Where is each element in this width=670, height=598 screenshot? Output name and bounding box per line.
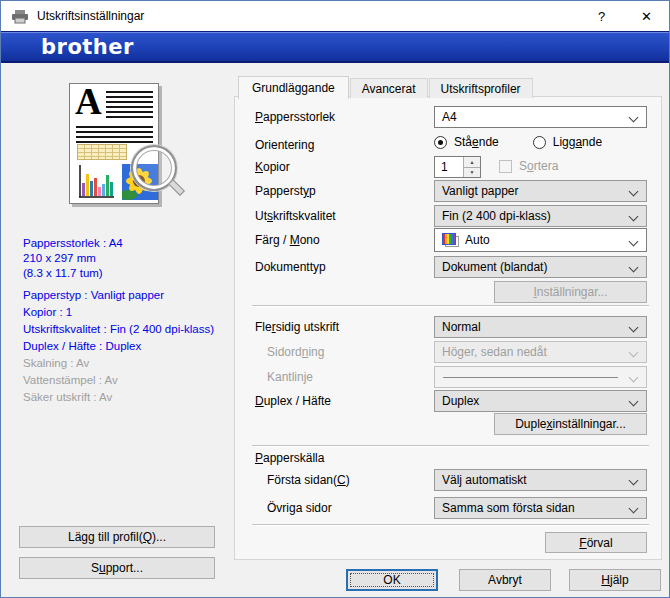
copies-input[interactable] xyxy=(435,157,463,177)
summary-item: Utskriftskvalitet : Fin (2 400 dpi-klass… xyxy=(23,321,233,337)
tab-panel-grundlaggande: Pappersstorlek A4 Orientering Stående Li… xyxy=(234,96,662,560)
brother-logo: brother xyxy=(41,35,134,59)
chevron-down-icon xyxy=(629,113,639,123)
summary-item: Skalning : Av xyxy=(23,355,233,371)
duplex-booklet-select[interactable]: Duplex xyxy=(434,390,647,412)
summary-size-mm: 210 x 297 mm xyxy=(23,251,233,266)
separator xyxy=(252,524,649,525)
preview-bar-chart xyxy=(77,164,115,200)
window-title: Utskriftsinställningar xyxy=(37,9,144,23)
copies-label: Kopior xyxy=(255,160,290,174)
border-line-select xyxy=(434,366,647,388)
paper-type-label: Papperstyp xyxy=(255,184,316,198)
print-settings-dialog: Utskriftsinställningar ? ✕ brother A xyxy=(0,0,670,598)
print-quality-value: Fin (2 400 dpi-klass) xyxy=(442,209,551,223)
other-pages-select[interactable]: Samma som första sidan xyxy=(434,497,647,519)
duplex-booklet-label: Duplex / Häfte xyxy=(255,394,331,408)
summary-item: Vattenstämpel : Av xyxy=(23,372,233,388)
add-profile-button[interactable]: Lägg till profil(Q)... xyxy=(19,526,215,548)
other-pages-label: Övriga sidor xyxy=(267,501,332,515)
close-icon[interactable]: ✕ xyxy=(624,1,669,31)
ok-button[interactable]: OK xyxy=(346,569,438,591)
chevron-down-icon xyxy=(629,323,639,333)
multipage-label: Flersidig utskrift xyxy=(255,320,339,334)
paper-size-value: A4 xyxy=(442,110,457,124)
spin-down-icon[interactable]: ▼ xyxy=(464,168,480,178)
orientation-label: Orientering xyxy=(255,138,314,152)
paper-type-select[interactable]: Vanligt papper xyxy=(434,180,647,202)
tab-utskriftsprofiler[interactable]: Utskriftsprofiler xyxy=(429,78,533,98)
color-mono-label: Färg / Mono xyxy=(255,233,320,247)
summary-item: Säker utskrift : Av xyxy=(23,389,233,405)
paper-size-label: Pappersstorlek xyxy=(255,110,335,124)
radio-portrait-label: Stående xyxy=(454,135,499,149)
chevron-down-icon xyxy=(629,237,639,247)
settings-button: Inställningar... xyxy=(494,281,647,303)
color-mono-value: Auto xyxy=(465,233,490,247)
chevron-down-icon xyxy=(629,504,639,514)
document-type-select[interactable]: Dokument (blandat) xyxy=(434,256,647,278)
print-quality-select[interactable]: Fin (2 400 dpi-klass) xyxy=(434,205,647,227)
separator xyxy=(252,305,649,306)
paper-size-select[interactable]: A4 xyxy=(434,106,647,128)
summary-item: Papperstyp : Vanligt papper xyxy=(23,287,233,303)
title-bar: Utskriftsinställningar ? ✕ xyxy=(1,1,669,31)
radio-landscape-label: Liggande xyxy=(553,135,602,149)
help-button[interactable]: Hjälp xyxy=(569,569,661,591)
chevron-down-icon xyxy=(629,187,639,197)
other-pages-value: Samma som första sidan xyxy=(442,501,575,515)
radio-unselected-icon xyxy=(533,136,546,149)
collate-checkbox: Sortera xyxy=(499,159,558,173)
duplex-settings-button[interactable]: Duplexinställningar... xyxy=(494,413,647,435)
spin-up-icon[interactable]: ▲ xyxy=(464,157,480,168)
color-mode-icon xyxy=(442,233,459,247)
magnifier-handle xyxy=(168,179,185,196)
chevron-down-icon xyxy=(629,397,639,407)
first-page-value: Välj automatiskt xyxy=(442,473,527,487)
collate-label: Sortera xyxy=(519,159,558,173)
preview-text-lines xyxy=(106,91,153,120)
summary-paper-size: Pappersstorlek : A4 xyxy=(23,236,233,251)
border-line-sample xyxy=(443,377,618,378)
document-type-label: Dokumenttyp xyxy=(255,260,326,274)
first-page-label: Första sidan(C) xyxy=(267,473,350,487)
color-mono-select[interactable]: Auto xyxy=(434,228,647,252)
separator xyxy=(252,445,649,446)
tab-strip: Grundläggande Avancerat Utskriftsprofile… xyxy=(238,76,534,98)
preview-table xyxy=(77,144,127,160)
settings-summary: Pappersstorlek : A4 210 x 297 mm (8.3 x … xyxy=(23,236,233,405)
document-type-value: Dokument (blandat) xyxy=(442,260,547,274)
first-page-select[interactable]: Välj automatiskt xyxy=(434,469,647,491)
brand-bar: brother xyxy=(1,31,669,63)
radio-portrait[interactable]: Stående xyxy=(434,135,499,149)
summary-item: Duplex / Häfte : Duplex xyxy=(23,338,233,354)
print-quality-label: Utskriftskvalitet xyxy=(255,209,336,223)
preview-letter: A xyxy=(75,82,102,122)
chevron-down-icon xyxy=(629,348,639,358)
chevron-down-icon xyxy=(629,476,639,486)
preview-text-lines xyxy=(76,126,153,143)
multipage-select[interactable]: Normal xyxy=(434,316,647,338)
chevron-down-icon xyxy=(629,373,639,383)
radio-selected-icon xyxy=(434,136,447,149)
radio-landscape[interactable]: Liggande xyxy=(533,135,602,149)
page-order-select: Höger, sedan nedåt xyxy=(434,341,647,363)
help-icon[interactable]: ? xyxy=(579,1,624,31)
summary-size-inch: (8.3 x 11.7 tum) xyxy=(23,266,233,281)
paper-source-label: Papperskälla xyxy=(255,451,324,465)
checkbox-icon xyxy=(499,160,512,173)
default-button[interactable]: Förval xyxy=(545,532,647,553)
summary-item: Kopior : 1 xyxy=(23,304,233,320)
tab-grundlaggande[interactable]: Grundläggande xyxy=(238,76,349,99)
copies-stepper[interactable]: ▲ ▼ xyxy=(434,156,481,178)
paper-type-value: Vanligt papper xyxy=(442,184,519,198)
cancel-button[interactable]: Avbryt xyxy=(459,569,551,591)
printer-icon xyxy=(11,9,29,24)
multipage-value: Normal xyxy=(442,320,481,334)
support-button[interactable]: Support... xyxy=(19,557,215,579)
chevron-down-icon xyxy=(629,263,639,273)
page-order-value: Höger, sedan nedåt xyxy=(442,345,547,359)
tab-avancerat[interactable]: Avancerat xyxy=(350,78,428,98)
chevron-down-icon xyxy=(629,212,639,222)
duplex-booklet-value: Duplex xyxy=(442,394,479,408)
